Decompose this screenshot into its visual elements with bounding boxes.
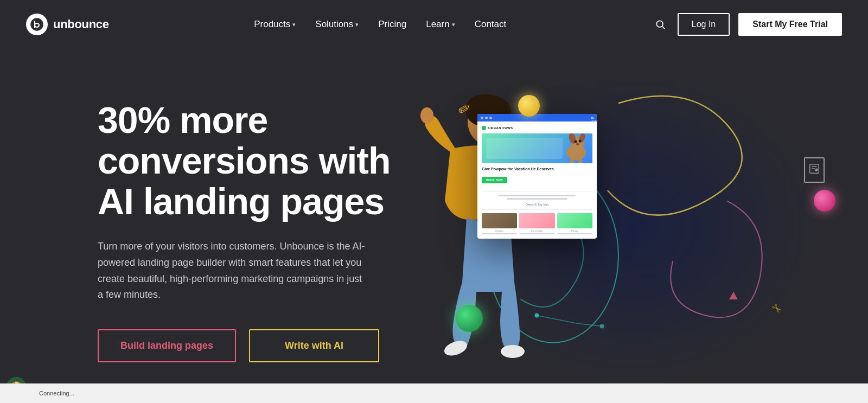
nav-learn[interactable]: Learn ▾ xyxy=(426,19,455,30)
hero-visual: ✏ ✂ The Landing Page xyxy=(401,49,868,402)
svg-point-25 xyxy=(579,140,582,143)
chevron-down-icon: ▾ xyxy=(355,21,359,28)
svg-point-11 xyxy=(420,107,433,124)
chevron-down-icon: ▾ xyxy=(452,21,455,28)
mockup-topbar: The Landing Page xyxy=(477,114,597,121)
hero-buttons: Build landing pages Write with AI xyxy=(98,329,401,362)
logo-icon xyxy=(26,14,48,35)
green-orb-decoration xyxy=(456,305,483,332)
cookie-status-text: Connecting... xyxy=(39,390,74,396)
triangle-decoration xyxy=(729,292,738,299)
write-with-ai-button[interactable]: Write with AI xyxy=(249,329,379,362)
svg-point-1 xyxy=(656,21,663,27)
svg-point-24 xyxy=(575,140,577,143)
search-button[interactable] xyxy=(652,16,669,33)
nav-actions: Log In Start My Free Trial xyxy=(652,13,842,36)
svg-line-2 xyxy=(662,27,665,29)
pink-orb-decoration xyxy=(814,190,835,212)
svg-rect-27 xyxy=(570,159,573,163)
trial-button[interactable]: Start My Free Trial xyxy=(738,13,842,36)
hero-section: 30% more conversions with AI landing pag… xyxy=(0,49,868,402)
hero-content: 30% more conversions with AI landing pag… xyxy=(98,89,401,362)
nav-contact[interactable]: Contact xyxy=(475,19,507,30)
nav-pricing[interactable]: Pricing xyxy=(378,19,406,30)
brand-name: unbounce xyxy=(53,17,109,31)
yellow-orb-decoration xyxy=(518,95,540,117)
chevron-down-icon: ▾ xyxy=(292,21,296,28)
mockup-cta-button: BOOK NOW xyxy=(482,177,507,183)
hero-headline: 30% more conversions with AI landing pag… xyxy=(98,100,401,221)
mockup-brand-name: URBAN PAWS xyxy=(488,126,513,130)
nav-solutions[interactable]: Solutions ▾ xyxy=(315,19,359,30)
search-icon xyxy=(655,19,666,30)
svg-rect-28 xyxy=(579,159,582,163)
navigation: unbounce Products ▾ Solutions ▾ Pricing … xyxy=(0,0,868,49)
svg-point-14 xyxy=(501,345,525,358)
cookie-banner: Connecting... xyxy=(0,383,868,402)
nav-products[interactable]: Products ▾ xyxy=(254,19,296,30)
logo-link[interactable]: unbounce xyxy=(26,14,109,35)
mockup-text-label: Owned & Tiny Mutt xyxy=(482,203,592,206)
edit-icon xyxy=(804,157,825,183)
hero-subtext: Turn more of your visitors into customer… xyxy=(98,239,369,303)
landing-page-mockup: The Landing Page URBAN PAWS xyxy=(477,114,597,239)
svg-point-0 xyxy=(31,18,43,30)
nav-links: Products ▾ Solutions ▾ Pricing Learn ▾ C… xyxy=(254,19,506,30)
login-button[interactable]: Log In xyxy=(678,13,730,36)
svg-point-26 xyxy=(576,143,579,145)
mockup-headline: Give Powpow the Vacation He Deserves xyxy=(482,167,592,171)
build-landing-pages-button[interactable]: Build landing pages xyxy=(98,329,236,362)
